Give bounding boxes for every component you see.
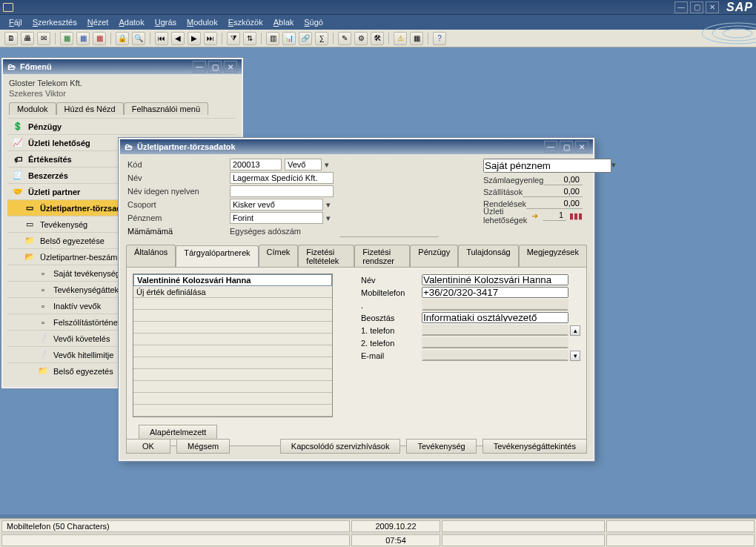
contact-list-row[interactable]: Valentininé Kolozsvári Hanna: [133, 274, 332, 286]
tb-calc-icon[interactable]: ∑: [315, 32, 328, 45]
tb-link-icon[interactable]: 🔗: [299, 32, 312, 45]
tb-excel-icon[interactable]: ▦: [60, 32, 73, 45]
bp-close-button[interactable]: ✕: [575, 141, 588, 153]
contact-list[interactable]: Valentininé Kolozsvári HannaÚj érték def…: [133, 274, 333, 417]
d-beosztas-field[interactable]: [422, 312, 568, 323]
tb-warning-icon[interactable]: ⚠: [394, 32, 407, 45]
tb-tools-icon[interactable]: 🛠: [371, 32, 384, 45]
tb-print-icon[interactable]: 🖶: [21, 32, 34, 45]
tab-modulok[interactable]: Modulok: [9, 102, 56, 115]
tb-calendar-icon[interactable]: ▦: [410, 32, 423, 45]
bp-maximize-button[interactable]: ▢: [560, 141, 573, 153]
contact-list-row[interactable]: [133, 369, 332, 381]
chevron-down-icon[interactable]: ▾: [611, 159, 616, 170]
contact-list-row[interactable]: [133, 298, 332, 310]
contact-list-row[interactable]: [133, 310, 332, 322]
contact-list-row[interactable]: [133, 357, 332, 369]
tb-sort-icon[interactable]: ⇅: [243, 32, 256, 45]
tree-item[interactable]: 💲Pénzügy: [7, 118, 236, 134]
menu-fajl[interactable]: Fájl: [4, 16, 27, 28]
tb-prev-icon[interactable]: ◀: [171, 32, 185, 45]
tb-edit-icon[interactable]: ✎: [338, 32, 351, 45]
menu-sugo[interactable]: Súgó: [299, 16, 328, 28]
tb-word-icon[interactable]: ▦: [76, 32, 90, 45]
nev-field[interactable]: [230, 172, 334, 184]
related-calls-button[interactable]: Kapcsolódó szervizhívások: [280, 439, 401, 454]
tb-next-icon[interactable]: ▶: [188, 32, 201, 45]
bp-tab[interactable]: Megjegyzések: [519, 245, 587, 267]
contact-list-row[interactable]: [133, 393, 332, 405]
idegen-field[interactable]: [230, 185, 334, 197]
chevron-down-icon[interactable]: ▾: [323, 212, 334, 224]
tb-config-icon[interactable]: ⚙: [354, 32, 368, 45]
tb-help-icon[interactable]: ?: [433, 32, 446, 45]
tb-lock-icon[interactable]: 🔒: [116, 32, 129, 45]
contact-list-row[interactable]: [133, 334, 332, 345]
scroll-down-icon[interactable]: ▾: [570, 351, 580, 361]
kod-field[interactable]: [230, 159, 282, 170]
mm-minimize-button[interactable]: —: [193, 61, 206, 73]
d-email-field[interactable]: [422, 350, 568, 361]
minimize-button[interactable]: —: [674, 1, 688, 13]
tb-layout-icon[interactable]: ▥: [266, 32, 279, 45]
activity-button[interactable]: Tevékenység: [406, 439, 476, 454]
menu-modulok[interactable]: Modulok: [182, 16, 222, 28]
bp-tab[interactable]: Pénzügy: [410, 245, 458, 267]
contact-list-row[interactable]: Új érték definiálása: [133, 286, 332, 298]
menu-ugras[interactable]: Ugrás: [150, 16, 181, 28]
tb-mail-icon[interactable]: ✉: [37, 32, 50, 45]
bp-tab[interactable]: Tárgyalópartnerek: [176, 245, 258, 268]
d-nev-field[interactable]: [422, 274, 568, 285]
d-tel2-label: 2. telefon: [361, 339, 420, 348]
menu-nezet[interactable]: Nézet: [83, 16, 113, 28]
tb-last-icon[interactable]: ⏭: [204, 32, 217, 45]
tree-item-icon: 📁: [37, 366, 49, 377]
d-mobil-field[interactable]: [422, 287, 568, 298]
tb-preview-icon[interactable]: 🗎: [4, 32, 18, 45]
tab-huzd-es-nezd[interactable]: Húzd és Nézd: [56, 102, 124, 115]
tb-find-icon[interactable]: 🔍: [132, 32, 145, 45]
bp-tab[interactable]: Fizetési feltételek: [298, 245, 354, 267]
cancel-button[interactable]: Mégsem: [176, 439, 230, 454]
ok-button[interactable]: OK: [126, 439, 170, 454]
kod-type-field[interactable]: [285, 159, 322, 170]
activity-overview-button[interactable]: Tevékenységáttekintés: [483, 439, 587, 454]
mm-maximize-button[interactable]: ▢: [208, 61, 222, 73]
menu-adatok[interactable]: Adatok: [114, 16, 148, 28]
mm-close-button[interactable]: ✕: [224, 61, 237, 73]
default-button[interactable]: Alapértelmezett: [139, 425, 217, 440]
currency-mode-field[interactable]: [483, 159, 611, 173]
contact-list-row[interactable]: [133, 405, 332, 417]
bp-tab[interactable]: Általános: [126, 245, 176, 267]
penznem-field[interactable]: [230, 212, 323, 224]
chevron-down-icon[interactable]: ▾: [322, 159, 332, 170]
folder-icon: 🗁: [7, 62, 16, 71]
scroll-up-icon[interactable]: ▴: [570, 325, 580, 336]
chevron-down-icon[interactable]: ▾: [323, 199, 334, 210]
tree-item-label: Üzleti partner: [28, 188, 80, 196]
tb-pdf-icon[interactable]: ▦: [93, 32, 106, 45]
d-tel1-field[interactable]: [422, 325, 568, 336]
tb-first-icon[interactable]: ⏮: [155, 32, 168, 45]
contact-list-row[interactable]: [133, 381, 332, 393]
contact-list-row[interactable]: [133, 322, 332, 334]
menu-eszkozok[interactable]: Eszközök: [224, 16, 268, 28]
maximize-button[interactable]: ▢: [690, 1, 703, 13]
bar-chart-icon[interactable]: ▮▮▮: [569, 211, 583, 221]
status-blank2: [606, 520, 755, 532]
bp-tab[interactable]: Fizetési rendszer: [354, 245, 410, 267]
tab-felhasznaloi-menu[interactable]: Felhasználói menü: [124, 102, 208, 115]
tb-chart-icon[interactable]: 📊: [282, 32, 296, 45]
menu-ablak[interactable]: Ablak: [269, 16, 299, 28]
csoport-field[interactable]: [230, 199, 323, 210]
tb-filter-icon[interactable]: ⧩: [227, 32, 240, 45]
contact-list-row[interactable]: [133, 345, 332, 357]
bp-tab[interactable]: Címek: [259, 245, 299, 267]
menu-szerkesztes[interactable]: Szerkesztés: [28, 16, 82, 28]
d-tel2-field[interactable]: [422, 337, 568, 348]
close-button[interactable]: ✕: [706, 1, 719, 13]
bp-minimize-button[interactable]: —: [544, 141, 557, 153]
adoszam-field[interactable]: [339, 225, 439, 237]
drilldown-arrow-icon[interactable]: ➜: [531, 211, 538, 221]
bp-tab[interactable]: Tulajdonság: [458, 245, 519, 267]
